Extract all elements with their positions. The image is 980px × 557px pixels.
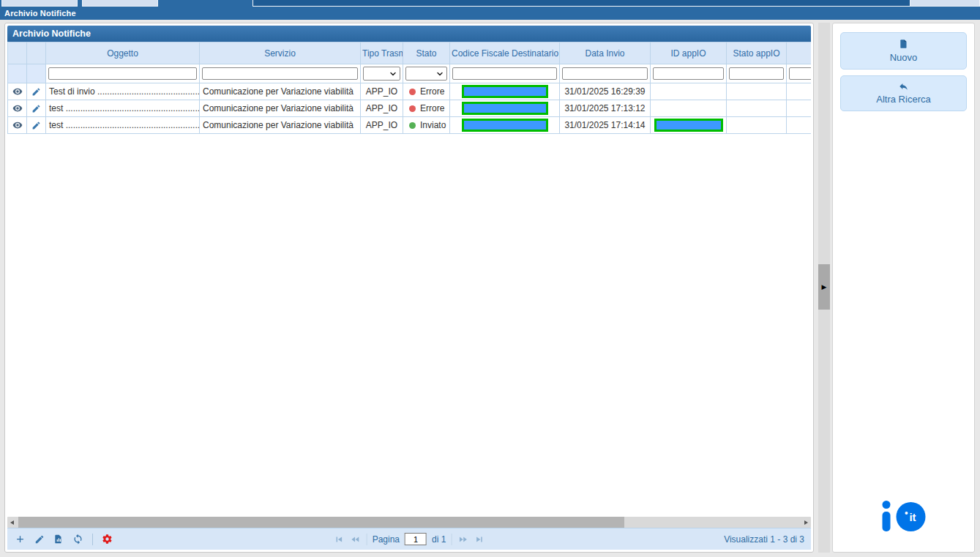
page-input[interactable] (405, 533, 427, 545)
cell-tipo-trasmissione: APP_IO (361, 117, 403, 134)
settings-button[interactable] (102, 534, 113, 545)
status-dot (409, 122, 416, 129)
last-page-icon (474, 534, 484, 545)
column-header-codice-fiscale[interactable]: Codice Fiscale Destinatario (450, 42, 560, 64)
filter-input-stato-appio[interactable] (729, 67, 784, 80)
plus-icon (15, 534, 26, 545)
pager-bar: Pagina di 1 Visualizzati 1 - 3 di 3 (7, 528, 811, 550)
edit-row-button[interactable] (34, 534, 45, 545)
horizontal-scrollbar[interactable] (7, 517, 811, 528)
column-header-servizio[interactable]: Servizio (200, 42, 361, 64)
cell-tipo-trasmissione: APP_IO (361, 83, 403, 100)
top-navigation-bar: Archivio Notifiche (0, 0, 980, 20)
browser-tab-stub-1[interactable] (1, 0, 78, 7)
cell-codice-fiscale (450, 83, 560, 100)
eye-icon[interactable] (12, 120, 23, 130)
first-page-icon (334, 534, 345, 545)
cell-extra (787, 83, 812, 100)
pencil-icon (34, 534, 45, 545)
column-header-extra[interactable] (787, 42, 812, 64)
archive-panel: Archivio Notifiche Oggetto Servizio Tipo… (4, 23, 814, 553)
pager-divider (367, 534, 367, 545)
column-header-stato[interactable]: Stato (403, 42, 450, 64)
breadcrumb: Archivio Notifiche (4, 9, 76, 18)
filter-input-id-appio[interactable] (653, 67, 724, 80)
cell-codice-fiscale (450, 100, 560, 117)
column-header-oggetto[interactable]: Oggetto (46, 42, 200, 64)
cell-oggetto: test ...................................… (46, 100, 200, 117)
filter-select-tipo-trasmissione[interactable] (363, 67, 400, 81)
cell-stato: Errore (403, 83, 450, 100)
sync-arrows-icon (72, 534, 83, 545)
cell-data-invio: 31/01/2025 17:13:12 (560, 100, 651, 117)
filter-input-codice-fiscale[interactable] (452, 67, 557, 80)
cell-stato-appio (727, 83, 787, 100)
gear-icon (102, 534, 113, 545)
window-corner-stub (910, 0, 980, 7)
page-label: Pagina (373, 534, 400, 545)
actions-panel: Nuovo Altra Ricerca it (832, 23, 975, 553)
export-button[interactable] (53, 534, 64, 545)
add-row-button[interactable] (15, 534, 26, 545)
back-arrow-icon (898, 81, 909, 91)
pencil-icon[interactable] (31, 121, 41, 130)
column-header-stato-appio[interactable]: Stato appIO (727, 42, 787, 64)
browser-tab-stub-2[interactable] (82, 0, 158, 7)
last-page-button[interactable] (474, 534, 484, 545)
cell-stato: Inviato (403, 117, 450, 134)
chevron-down-icon (435, 70, 444, 78)
chevron-down-icon (389, 70, 397, 78)
new-button-label: Nuovo (890, 52, 918, 63)
table-row[interactable]: test ...................................… (8, 100, 812, 117)
prev-page-button[interactable] (350, 534, 362, 545)
table-row[interactable]: Test di invio ..........................… (8, 83, 812, 100)
column-header-view[interactable] (8, 42, 27, 64)
io-logo-text: it (909, 511, 916, 523)
column-header-edit[interactable] (27, 42, 46, 64)
cell-data-invio: 31/01/2025 17:14:14 (560, 117, 651, 134)
cell-id-appio (651, 100, 727, 117)
refresh-button[interactable] (72, 534, 83, 545)
file-chart-icon (53, 534, 64, 545)
cell-extra (787, 100, 812, 117)
table-row[interactable]: test ...................................… (8, 117, 812, 134)
filter-input-data-invio[interactable] (562, 67, 648, 80)
page-count-label: di 1 (432, 534, 446, 545)
filter-input-oggetto[interactable] (48, 67, 197, 80)
redaction-box (462, 102, 548, 115)
top-input-strip[interactable] (253, 0, 959, 7)
results-summary: Visualizzati 1 - 3 di 3 (724, 534, 804, 545)
cell-stato: Errore (403, 100, 450, 117)
pencil-icon[interactable] (31, 87, 41, 97)
toolbar-divider (92, 534, 93, 545)
splitter-handle[interactable]: ▶ (818, 264, 830, 310)
cell-extra (787, 117, 812, 134)
first-page-button[interactable] (334, 534, 345, 545)
pencil-icon[interactable] (31, 104, 41, 113)
filter-select-stato[interactable] (405, 67, 447, 81)
column-header-tipo-trasmissione[interactable]: Tipo Trasmissione (361, 42, 403, 64)
other-search-button[interactable]: Altra Ricerca (840, 75, 967, 111)
redaction-box (654, 119, 723, 132)
status-label: Errore (420, 86, 444, 97)
column-header-data-invio[interactable]: Data Invio (560, 42, 651, 64)
table-empty-area (7, 134, 811, 517)
notifications-table: Oggetto Servizio Tipo Trasmissione Stato… (7, 42, 811, 134)
filter-input-extra[interactable] (789, 67, 811, 80)
scroll-left-icon[interactable] (7, 517, 18, 528)
panel-splitter[interactable]: ▶ (818, 23, 830, 553)
cell-id-appio (651, 117, 727, 134)
next-page-button[interactable] (457, 534, 468, 545)
new-button[interactable]: Nuovo (840, 32, 967, 70)
filter-input-servizio[interactable] (202, 67, 358, 80)
scrollbar-thumb[interactable] (18, 517, 624, 528)
eye-icon[interactable] (12, 86, 23, 97)
scroll-right-icon[interactable] (801, 517, 811, 528)
eye-icon[interactable] (12, 103, 23, 113)
document-icon (899, 38, 909, 50)
cell-stato-appio (727, 100, 787, 117)
cell-data-invio: 31/01/2025 16:29:39 (560, 83, 651, 100)
filter-cell-view (8, 64, 27, 83)
column-header-id-appio[interactable]: ID appIO (651, 42, 727, 64)
prev-page-icon (350, 534, 362, 545)
